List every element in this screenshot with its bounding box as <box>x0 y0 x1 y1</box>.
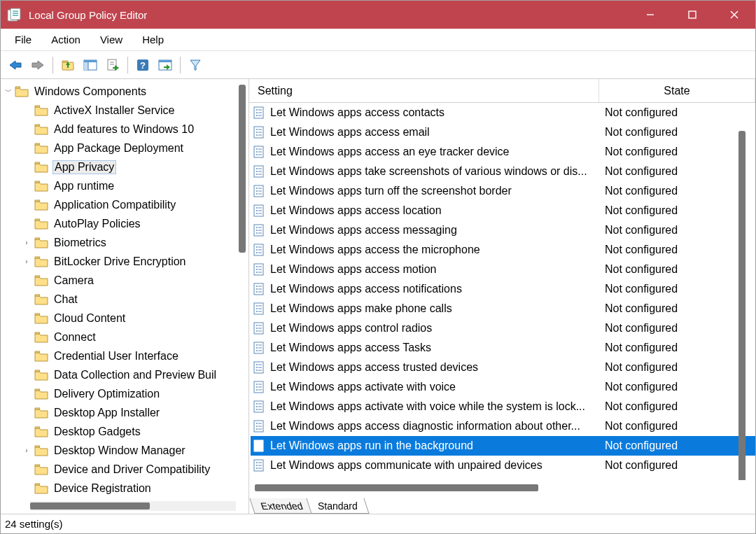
tab-extended[interactable]: Extended <box>249 498 314 514</box>
tree-item[interactable]: Credential User Interface <box>2 346 247 365</box>
policy-icon <box>252 223 266 237</box>
chevron-right-icon[interactable]: › <box>20 239 33 246</box>
export-button[interactable] <box>102 55 123 76</box>
list-horizontal-scrollbar[interactable] <box>255 483 727 493</box>
setting-row[interactable]: Let Windows apps access messagingNot con… <box>251 220 755 240</box>
folder-icon <box>34 407 48 419</box>
svg-marker-65 <box>35 427 40 428</box>
menu-action[interactable]: Action <box>41 31 90 48</box>
tree-item[interactable]: AutoPlay Policies <box>2 214 247 233</box>
svg-point-164 <box>256 364 258 365</box>
setting-row[interactable]: Let Windows apps turn off the screenshot… <box>251 181 755 201</box>
forward-button[interactable] <box>27 55 48 76</box>
setting-row[interactable]: Let Windows apps activate with voiceNot … <box>251 377 755 397</box>
setting-row[interactable]: Let Windows apps access notificationsNot… <box>251 279 755 299</box>
chevron-right-icon[interactable]: › <box>20 258 33 265</box>
tree-item[interactable]: Device Registration <box>2 479 247 498</box>
menu-view[interactable]: View <box>90 31 132 48</box>
tree-item[interactable]: Desktop App Installer <box>2 403 247 422</box>
show-hide-tree-button[interactable] <box>80 55 101 76</box>
svg-point-192 <box>256 442 258 444</box>
svg-point-159 <box>256 347 258 349</box>
tree-item[interactable]: Delivery Optimization <box>2 384 247 403</box>
setting-row[interactable]: Let Windows apps control radiosNot confi… <box>251 318 755 338</box>
svg-marker-31 <box>35 106 40 107</box>
setting-state: Not configured <box>605 459 755 472</box>
setting-row[interactable]: Let Windows apps access emailNot configu… <box>251 122 755 142</box>
setting-row[interactable]: Let Windows apps communicate with unpair… <box>251 456 755 475</box>
column-state[interactable]: State <box>599 79 755 102</box>
folder-icon <box>34 294 48 305</box>
svg-point-147 <box>256 311 258 312</box>
menu-help[interactable]: Help <box>132 31 174 48</box>
tree-item[interactable]: Cloud Content <box>2 309 247 328</box>
folder-icon <box>34 351 48 362</box>
svg-point-178 <box>256 403 258 405</box>
policy-icon <box>252 419 266 433</box>
minimize-button[interactable] <box>629 1 671 29</box>
list-vertical-scrollbar[interactable] <box>738 131 746 480</box>
setting-row[interactable]: Let Windows apps take screenshots of var… <box>251 162 755 181</box>
tree-horizontal-scrollbar[interactable] <box>30 501 236 511</box>
setting-row[interactable]: Let Windows apps access TasksNot configu… <box>251 338 755 358</box>
setting-row[interactable]: Let Windows apps activate with voice whi… <box>251 397 755 416</box>
tree-item[interactable]: App Package Deployment <box>2 139 247 157</box>
setting-row[interactable]: Let Windows apps access trusted devicesN… <box>251 358 755 377</box>
setting-row[interactable]: Let Windows apps access the microphoneNo… <box>251 240 755 260</box>
policy-icon <box>252 106 266 120</box>
svg-marker-9 <box>10 61 21 69</box>
tree-item[interactable]: ›BitLocker Drive Encryption <box>2 252 247 271</box>
tree-item[interactable]: App runtime <box>2 176 247 195</box>
status-bar: 24 setting(s) <box>1 514 755 533</box>
svg-point-117 <box>256 230 258 231</box>
tree-item[interactable]: Camera <box>2 271 247 290</box>
svg-marker-68 <box>35 466 48 475</box>
svg-rect-6 <box>689 11 696 18</box>
setting-row[interactable]: Let Windows apps access diagnostic infor… <box>251 416 755 436</box>
tree-item[interactable]: Connect <box>2 328 247 346</box>
tree-item-root[interactable]: ﹀Windows Components <box>2 82 247 101</box>
svg-point-145 <box>256 308 258 309</box>
tree-item[interactable]: Application Compatibility <box>2 195 247 214</box>
setting-row[interactable]: Let Windows apps make phone callsNot con… <box>251 299 755 318</box>
close-button[interactable] <box>713 1 755 29</box>
tree-item[interactable]: ›Biometrics <box>2 233 247 252</box>
menu-file[interactable]: File <box>5 31 41 48</box>
tree-vertical-scrollbar[interactable] <box>239 85 246 477</box>
svg-rect-1 <box>10 8 20 20</box>
svg-marker-50 <box>35 296 48 304</box>
tree-item[interactable]: ›Desktop Window Manager <box>2 441 247 460</box>
up-folder-button[interactable] <box>57 55 78 76</box>
tree-item[interactable]: App Privacy <box>2 157 247 176</box>
properties-button[interactable] <box>155 55 176 76</box>
svg-point-196 <box>256 448 258 449</box>
chevron-right-icon[interactable]: › <box>20 447 33 454</box>
tree-item-label: BitLocker Drive Encryption <box>52 255 188 268</box>
column-setting[interactable]: Setting <box>249 79 599 102</box>
tree-item[interactable]: ActiveX Installer Service <box>2 101 247 120</box>
setting-row[interactable]: Let Windows apps access contactsNot conf… <box>251 103 755 122</box>
setting-row[interactable]: Let Windows apps run in the backgroundNo… <box>251 436 755 456</box>
svg-point-124 <box>256 249 258 251</box>
tree-item[interactable]: Desktop Gadgets <box>2 422 247 441</box>
back-button[interactable] <box>5 55 26 76</box>
maximize-button[interactable] <box>671 1 713 29</box>
folder-icon <box>34 426 48 437</box>
setting-name: Let Windows apps access Tasks <box>270 342 605 354</box>
filter-button[interactable] <box>185 55 206 76</box>
tree-item[interactable]: Device and Driver Compatibility <box>2 460 247 479</box>
chevron-down-icon[interactable]: ﹀ <box>4 87 13 97</box>
setting-name: Let Windows apps access location <box>270 204 605 217</box>
setting-row[interactable]: Let Windows apps access locationNot conf… <box>251 201 755 220</box>
tab-standard[interactable]: Standard <box>307 498 370 514</box>
svg-rect-15 <box>84 60 97 62</box>
tree-item-label: Data Collection and Preview Buil <box>52 369 218 381</box>
tree-item[interactable]: Data Collection and Preview Buil <box>2 365 247 384</box>
help-button[interactable]: ? <box>132 55 153 76</box>
tree-item[interactable]: Add features to Windows 10 <box>2 120 247 139</box>
setting-state: Not configured <box>605 283 755 295</box>
tree-item[interactable]: Chat <box>2 290 247 309</box>
setting-row[interactable]: Let Windows apps access an eye tracker d… <box>251 142 755 162</box>
setting-row[interactable]: Let Windows apps access motionNot config… <box>251 260 755 279</box>
column-header: Setting State <box>249 79 755 103</box>
